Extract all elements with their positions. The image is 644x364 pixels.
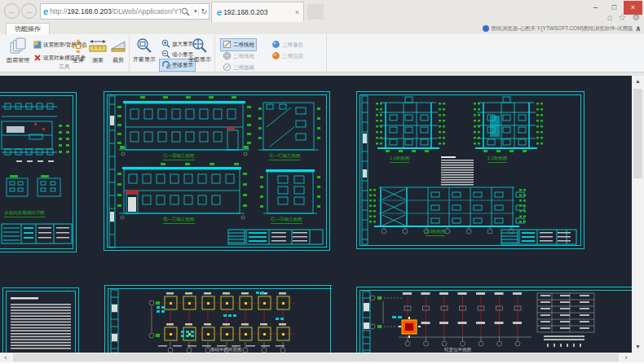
minimize-button[interactable]: – — [586, 1, 605, 15]
sheet-foundation-plan — [104, 285, 332, 353]
window-zoom-button[interactable]: 开窗显示 — [131, 37, 157, 62]
horizontal-scroll-thumb[interactable] — [13, 353, 619, 362]
ribbon-tab-function[interactable]: 功能操作 — [6, 23, 50, 35]
drawing-label-section-1-1: 1-1剖面图 — [390, 156, 409, 163]
rendered-3d-button[interactable]: 三维渲染 — [269, 50, 306, 63]
red-x-icon — [33, 54, 42, 63]
home-icon[interactable]: ⌂ — [607, 12, 613, 23]
refresh-icon[interactable]: ↻ — [201, 4, 207, 19]
drawing-label-section-2-2: 2-2剖面图 — [487, 156, 507, 163]
ribbon: 图层管理 设置图形/背景颜色 设置对象捕捉开关 全屏 测量 裁剪 工具 开窗显示 — [0, 34, 644, 72]
drawing-label-elevation-1-9: ①—⑨轴立面图 — [163, 154, 195, 160]
scrollbar-corner — [632, 353, 644, 362]
wireframe-3d-icon — [223, 51, 232, 61]
zoom-extents-icon — [187, 37, 213, 55]
browser-chrome: ← → e http://192.168.0.203/DLWeb/Applica… — [0, 0, 644, 34]
ribbon-empty-area — [327, 34, 644, 72]
tools-group-label: 工具 — [0, 63, 129, 71]
sheet-detail-drawings — [0, 92, 80, 252]
forward-icon: → — [24, 6, 33, 15]
zoom-extents-button[interactable]: 全图显示 — [187, 37, 213, 62]
ie-favicon: e — [43, 7, 48, 16]
back-button[interactable]: ← — [4, 3, 20, 19]
clip-shape-icon — [108, 38, 129, 56]
drawing-label-elevation-9-1: ⑨—①轴立面图 — [163, 217, 195, 224]
vertical-scrollbar[interactable]: ▲ ▼ — [632, 76, 644, 353]
clip-button[interactable]: 裁剪 — [108, 38, 129, 63]
new-tab-button[interactable] — [307, 4, 324, 20]
sheet-elevations — [104, 91, 330, 251]
ribbon-group-visual-styles: 二维线框 三维线框 三维隐藏 三维着色 三维渲染 — [215, 34, 327, 72]
forward-button[interactable]: → — [21, 3, 37, 19]
zoom-window-icon — [131, 37, 157, 55]
rendered-sphere-icon — [271, 51, 280, 61]
cad-viewport[interactable]: ①—⑨轴立面图 Ⓐ—Ⓔ轴立面图 ⑨—①轴立面图 Ⓔ—Ⓐ轴立面图 1-1剖面图 2… — [0, 76, 632, 353]
tab-close-icon[interactable]: × — [295, 8, 299, 16]
four-arrows-icon — [68, 38, 88, 56]
sheet-notes — [2, 287, 79, 353]
browser-tab[interactable]: e 192.168.0.203 × — [211, 2, 304, 22]
app-logo-icon — [483, 25, 489, 32]
hidden-3d-icon — [223, 63, 232, 72]
sheet-column-plan — [356, 287, 632, 353]
drawing-label-detail: 水箱间及楼梯间详图 — [4, 211, 45, 217]
address-bar[interactable]: e http://192.168.0.203/DLWeb/Application… — [40, 3, 210, 20]
fullscreen-button[interactable]: 全屏 — [68, 38, 88, 63]
sheet-sections — [356, 91, 584, 249]
drawing-label-elevation-a-e: Ⓐ—Ⓔ轴立面图 — [269, 154, 301, 160]
scroll-right-icon[interactable]: › — [620, 353, 632, 362]
favorites-star-icon[interactable]: ☆ — [618, 12, 626, 23]
ruler-icon — [88, 38, 108, 56]
display-group-label: 显示 — [130, 63, 214, 71]
notification-text: 图纸浏览器-心图天下(YTWSOFT.COM)图纸浏览软件-试用版 — [492, 25, 633, 33]
scroll-down-icon[interactable]: ▼ — [632, 341, 644, 353]
drawing-label-section-3-3: 3-3剖面图 — [426, 230, 445, 236]
tab-title: 192.168.0.203 — [223, 8, 267, 16]
notification-bar: 图纸浏览器-心图天下(YTWSOFT.COM)图纸浏览软件-试用版 ∧ — [483, 24, 641, 33]
autocomplete-dropdown-icon[interactable]: ▾ — [194, 4, 197, 19]
scroll-up-icon[interactable]: ▲ — [632, 76, 644, 87]
url-text: http://192.168.0.203/DLWeb/Application/Y… — [50, 7, 181, 15]
layer-manager-button[interactable]: 图层管理 — [3, 37, 33, 63]
ribbon-group-tools: 图层管理 设置图形/背景颜色 设置对象捕捉开关 全屏 测量 裁剪 工具 — [0, 34, 130, 72]
tab-favicon: e — [217, 7, 222, 17]
color-swatch-icon — [33, 41, 42, 50]
drawing-label-elevation-e-a: Ⓔ—Ⓐ轴立面图 — [271, 217, 302, 224]
ribbon-group-display: 开窗显示 放大显示 缩小显示 平移显示 全图显示 显示 — [130, 34, 215, 72]
layers-icon — [3, 37, 33, 56]
measure-button[interactable]: 测量 — [88, 38, 108, 63]
browser-command-icons: ⌂ ☆ ⚙ — [607, 12, 640, 23]
vertical-scroll-thumb[interactable] — [633, 89, 642, 178]
scroll-left-icon[interactable]: ‹ — [0, 353, 11, 362]
horizontal-scrollbar[interactable]: ‹ › — [0, 353, 632, 362]
collapse-ribbon-icon[interactable]: ∧ — [635, 24, 641, 33]
settings-gear-icon[interactable]: ⚙ — [632, 12, 640, 23]
shaded-sphere-icon — [271, 40, 280, 50]
wireframe-2d-icon — [223, 40, 232, 50]
back-icon: ← — [7, 6, 16, 15]
search-icon[interactable] — [181, 7, 190, 16]
